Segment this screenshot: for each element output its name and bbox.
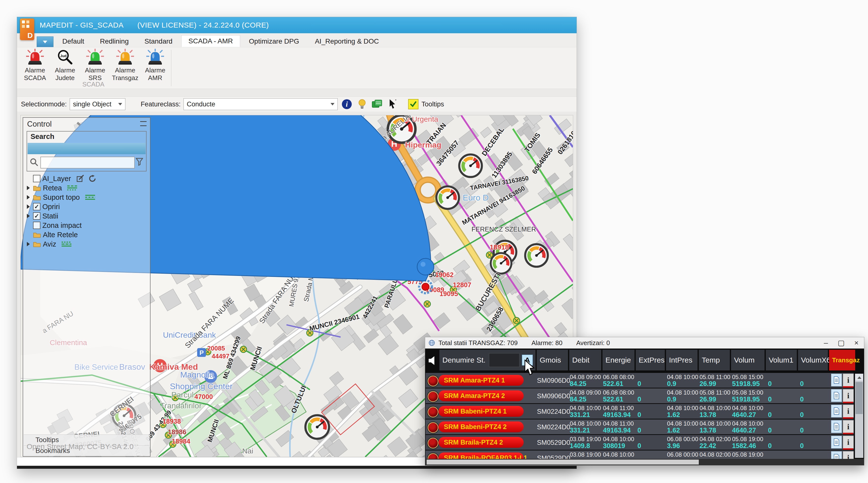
station-gauge-marker[interactable]: [491, 253, 512, 274]
tab-default[interactable]: Default: [55, 36, 91, 47]
table-row[interactable]: SRM Braila-PTZ4 2SM0529D003.08 19:001409…: [426, 435, 854, 450]
column-header-volum[interactable]: Volum: [731, 350, 765, 370]
title-bar[interactable]: MAPEDIT - GIS_SCADA (VIEW LICENSE) - 24.…: [17, 17, 577, 33]
ribbon-button-scada[interactable]: AlarmeSCADA: [21, 49, 49, 85]
info-button[interactable]: i: [843, 374, 854, 387]
info-button[interactable]: i: [843, 389, 854, 402]
checkbox-checked-icon[interactable]: ✓: [33, 203, 40, 210]
tree-item-retea[interactable]: Retea: [26, 183, 148, 192]
tree-item-aviz[interactable]: Aviz: [26, 239, 148, 249]
info-button[interactable]: i: [843, 405, 854, 418]
panel-menu-icon[interactable]: [140, 121, 147, 126]
table-row[interactable]: SRM Babeni-PTZ4 2SM0224D004.08 10:00331.…: [426, 419, 854, 434]
cell-value-volum: 4640.27: [732, 427, 756, 434]
station-gauge-marker[interactable]: [436, 186, 459, 209]
cell-value-volum1: 0: [768, 380, 772, 388]
filter-funnel-icon[interactable]: [136, 158, 143, 166]
station-name-pill[interactable]: SRM Amara-PTZ4 1: [438, 375, 524, 386]
station-gauge-marker[interactable]: [525, 244, 548, 267]
alarm-red-bar: [843, 417, 853, 419]
row-led-indicator: [428, 375, 438, 387]
ribbon-button-srs[interactable]: AlarmeSRS: [81, 49, 109, 85]
network-node-marker[interactable]: [424, 301, 431, 307]
ribbon-button-transgaz[interactable]: AlarmeTransgaz: [111, 49, 139, 85]
station-name-pill[interactable]: SRM Babeni-PTZ4 1: [438, 406, 524, 417]
ribbon-button-judete[interactable]: Jud AlarmeJudete: [51, 49, 79, 85]
tab-standard[interactable]: Standard: [137, 36, 179, 47]
horizontal-scrollbar[interactable]: [425, 459, 864, 465]
app-menu-button[interactable]: [37, 36, 54, 47]
control-panel[interactable]: Control Search: [23, 117, 151, 457]
minimize-button[interactable]: –: [818, 337, 834, 349]
ribbon-button-amr[interactable]: AlarmeAMR: [141, 49, 169, 85]
checkbox-icon[interactable]: [33, 175, 40, 182]
close-button[interactable]: ×: [849, 337, 864, 349]
column-header-temp[interactable]: Temp: [699, 350, 730, 370]
tree-item-opriri[interactable]: ✓ Opriri: [26, 202, 148, 211]
hscroll-thumb[interactable]: [427, 460, 699, 464]
lightbulb-button[interactable]: [356, 98, 368, 110]
parking-marker[interactable]: P: [197, 348, 206, 357]
maximize-button[interactable]: ▢: [834, 337, 849, 349]
tab-optimizare-dpg[interactable]: Optimizare DPG: [242, 36, 306, 47]
checkbox-checked-icon[interactable]: ✓: [33, 212, 40, 220]
column-header-denumire[interactable]: Denumire St. A: [439, 350, 535, 370]
edit-icon[interactable]: [76, 175, 84, 182]
featureclass-dropdown[interactable]: Conducte: [184, 98, 338, 110]
column-header-intpres[interactable]: IntPres: [666, 350, 698, 370]
search-input[interactable]: [40, 157, 135, 169]
station-name-pill[interactable]: SRM Amara-PTZ4 2: [438, 390, 524, 401]
report-button[interactable]: [831, 436, 842, 449]
tree-item-statii[interactable]: ✓ Statii: [26, 211, 148, 221]
column-header-transgaz[interactable]: Transgaz: [829, 350, 855, 370]
report-button[interactable]: [831, 374, 842, 387]
tooltips-checkbox[interactable]: [408, 99, 418, 109]
tree-item-ai-layer[interactable]: AI_Layer: [26, 174, 148, 183]
column-header-gmois[interactable]: Gmois: [537, 350, 568, 370]
speaker-icon[interactable]: [427, 355, 437, 366]
station-gauge-marker[interactable]: [305, 415, 329, 439]
cell-value-volum1: 0: [768, 427, 772, 434]
selected-layer-band[interactable]: [28, 143, 146, 154]
select-cursor-button[interactable]: *: [386, 98, 399, 110]
table-row[interactable]: SRM Amara-PTZ4 1SM0906D004.08 09:0084.25…: [426, 373, 854, 388]
tab-ai-reporting-doc[interactable]: AI_Reporting & DOC: [308, 36, 386, 47]
column-header-energie[interactable]: Energie: [602, 350, 634, 370]
report-button[interactable]: [831, 405, 842, 418]
cell-value-temp: 13.78: [700, 411, 716, 419]
tab-scada-amr[interactable]: SCADA - AMR: [181, 35, 240, 47]
station-gauge-marker[interactable]: [459, 154, 482, 177]
selectionmode-dropdown[interactable]: single Object: [70, 98, 125, 110]
scroll-up-button[interactable]: [855, 374, 863, 381]
tree-item-suport-topo[interactable]: Suport topo: [26, 192, 148, 202]
column-header-volum1[interactable]: Volum1: [766, 350, 797, 370]
column-header-volumx6[interactable]: VolumX6: [798, 350, 828, 370]
legend-button[interactable]: [371, 98, 383, 110]
table-row[interactable]: SRM Amara-PTZ4 2SM0906D004.08 09:0084.25…: [426, 388, 854, 403]
report-button[interactable]: [831, 389, 842, 402]
table-row[interactable]: SRM Babeni-PTZ4 1SM0224D004.08 10:00331.…: [426, 404, 854, 419]
info-button[interactable]: i: [843, 436, 854, 449]
report-button[interactable]: [831, 420, 842, 433]
vertical-scrollbar[interactable]: [855, 374, 863, 458]
tree-item-alte-retele[interactable]: Alte Retele: [26, 230, 148, 239]
tab-redlining[interactable]: Redlining: [93, 36, 136, 47]
checkbox-icon[interactable]: [33, 222, 40, 229]
cell-value-temp: 22.42: [700, 442, 716, 450]
featureclass-label: Featureclass:: [141, 100, 181, 108]
info-button[interactable]: i: [843, 420, 854, 433]
station-filter-input[interactable]: [489, 353, 520, 367]
refresh-icon[interactable]: [89, 175, 97, 182]
tree-item-zona-impact[interactable]: Zona impact: [26, 221, 148, 230]
vscroll-thumb[interactable]: [856, 382, 863, 414]
cell-date-volum: 04.08 10:00: [732, 405, 763, 412]
cell-value-extpres: 0: [638, 411, 641, 419]
table-window-title-bar[interactable]: Total statii TRANSGAZ: 709 Alarme: 80 Av…: [425, 337, 864, 349]
station-name-pill[interactable]: SRM Babeni-PTZ4 2: [438, 421, 524, 432]
network-node-marker[interactable]: [513, 318, 520, 324]
network-node-marker[interactable]: [240, 346, 247, 353]
info-button[interactable]: i: [341, 98, 353, 110]
column-header-extpres[interactable]: ExtPres: [636, 350, 665, 370]
station-name-pill[interactable]: SRM Braila-PTZ4 2: [438, 437, 524, 448]
column-header-debit[interactable]: Debit: [569, 350, 601, 370]
